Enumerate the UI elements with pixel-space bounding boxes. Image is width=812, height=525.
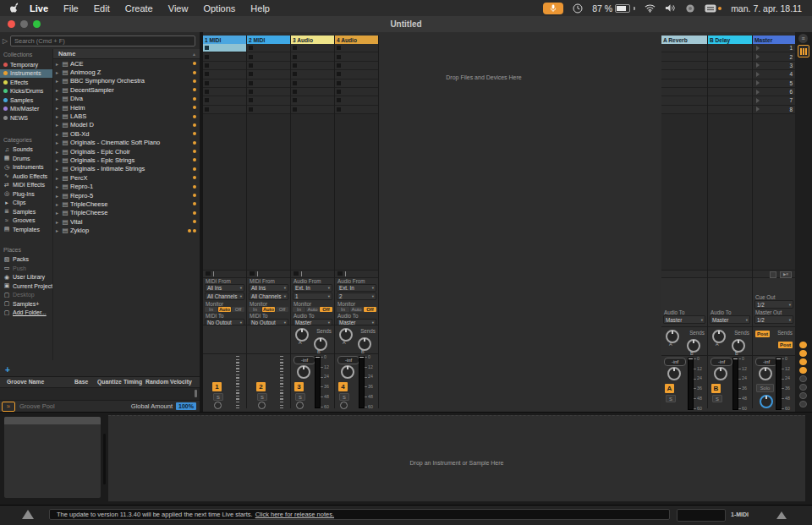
return-slot[interactable] xyxy=(708,44,752,52)
clip-stop-button[interactable] xyxy=(205,46,209,50)
scene-row[interactable]: 6 xyxy=(753,88,795,96)
send-a-knob[interactable] xyxy=(295,328,309,342)
show-mixer-toggle[interactable] xyxy=(799,367,807,375)
track-number-button[interactable]: 2 xyxy=(256,382,266,391)
sidebar-item-instruments[interactable]: Instruments xyxy=(0,69,52,79)
expand-arrow-icon[interactable]: ▸ xyxy=(53,87,61,93)
return-slot[interactable] xyxy=(661,52,707,61)
sidebar-item-temporary[interactable]: Temporary xyxy=(0,60,52,69)
list-item[interactable]: ▸▤Vital xyxy=(53,217,200,226)
input-channel-dropdown[interactable]: All Channels▾ xyxy=(205,293,244,300)
list-item[interactable]: ▸▤BBC Symphony Orchestra xyxy=(53,77,200,85)
sidebar-item-packs[interactable]: ▧Packs xyxy=(0,255,52,265)
list-item[interactable]: ▸▤DecentSampler xyxy=(53,85,200,94)
sidebar-item-instruments[interactable]: ◷Instruments xyxy=(0,163,52,172)
clip-slot[interactable] xyxy=(335,44,378,52)
menu-view[interactable]: View xyxy=(161,3,196,14)
list-item[interactable]: ▸▤Repro-5 xyxy=(53,191,200,200)
volume-icon[interactable] xyxy=(665,3,676,13)
clip-slot[interactable] xyxy=(247,79,290,88)
return-slot[interactable] xyxy=(661,96,707,105)
sidebar-item-effects[interactable]: Effects xyxy=(0,78,52,87)
mixer-meter-icon[interactable] xyxy=(798,45,809,57)
monitor-in-button[interactable]: In xyxy=(249,307,261,312)
info-view-panel[interactable] xyxy=(4,417,101,498)
arm-record-button[interactable] xyxy=(340,402,348,409)
expand-arrow-icon[interactable]: ▸ xyxy=(53,122,61,128)
clip-stop-button[interactable] xyxy=(205,98,209,102)
send-b-knob[interactable] xyxy=(358,337,371,351)
list-item[interactable]: ▸▤Model D xyxy=(53,121,200,129)
send-b-post-toggle[interactable]: Post xyxy=(778,342,793,348)
browser-list-header[interactable]: Name ▲ xyxy=(53,49,200,59)
arm-record-button[interactable] xyxy=(214,402,222,409)
expand-arrow-icon[interactable]: ▸ xyxy=(53,69,61,75)
menu-create[interactable]: Create xyxy=(118,3,161,14)
track-title[interactable]: 3 Audio xyxy=(291,36,334,44)
scene-row[interactable]: 3 xyxy=(753,62,795,70)
track-title[interactable]: 1 MIDI xyxy=(203,36,246,44)
return-slot[interactable] xyxy=(708,79,752,88)
volume-display[interactable]: -inf xyxy=(664,358,686,366)
clip-stop-button[interactable] xyxy=(293,107,297,112)
solo-button[interactable]: S xyxy=(295,393,305,401)
send-a-knob[interactable] xyxy=(712,330,726,343)
clip-stop-button[interactable] xyxy=(205,55,209,59)
apple-menu[interactable] xyxy=(10,3,20,14)
return-slot[interactable] xyxy=(661,62,707,70)
clip-stop-button[interactable] xyxy=(205,107,209,112)
return-letter-button[interactable]: A xyxy=(665,384,674,393)
clip-slot[interactable] xyxy=(335,70,378,79)
sidebar-item-drums[interactable]: ▦Drums xyxy=(0,154,52,163)
scene-launch-icon[interactable] xyxy=(756,46,760,51)
clip-slot[interactable] xyxy=(291,106,334,114)
sidebar-item-plug-ins[interactable]: ◎Plug-Ins xyxy=(0,189,52,199)
clip-slot[interactable] xyxy=(335,52,378,61)
send-a-knob[interactable] xyxy=(666,330,679,343)
battery-indicator[interactable]: 87 % xyxy=(592,3,635,14)
scene-launch-icon[interactable] xyxy=(756,98,760,103)
send-a-post-toggle[interactable]: Post xyxy=(755,331,770,337)
sidebar-item-midi-effects[interactable]: ⇄MIDI Effects xyxy=(0,181,52,190)
show-io-toggle[interactable] xyxy=(799,342,807,349)
arm-record-button[interactable] xyxy=(258,402,266,409)
browser-collapse-icon[interactable]: ▷ xyxy=(0,37,10,45)
pan-knob[interactable] xyxy=(297,365,310,379)
scene-launch-icon[interactable] xyxy=(756,90,760,95)
solo-button[interactable]: S xyxy=(339,393,349,401)
clip-stop-button[interactable] xyxy=(337,98,341,102)
global-amount-value[interactable]: 100% xyxy=(176,402,196,410)
sidebar-item-user-library[interactable]: ◉User Library xyxy=(0,273,52,282)
pan-knob[interactable] xyxy=(759,367,772,380)
show-sends-toggle[interactable] xyxy=(799,350,807,358)
clip-stop-button[interactable] xyxy=(337,72,341,76)
clip-stop-button[interactable] xyxy=(337,55,341,59)
sidebar-item-samples[interactable]: ≣Samples xyxy=(0,207,52,216)
sidebar-item-sounds[interactable]: ♫Sounds xyxy=(0,145,52,155)
clip-slot[interactable] xyxy=(291,88,334,96)
volume-display[interactable]: -inf xyxy=(337,356,359,364)
scene-launch-icon[interactable] xyxy=(756,107,760,112)
list-item[interactable]: ▸▤Originals - Cinematic Soft Piano xyxy=(53,139,200,147)
list-item[interactable]: ▸▤Zyklop xyxy=(53,226,200,234)
scene-launch-icon[interactable] xyxy=(756,54,760,59)
stop-all-clips-button[interactable] xyxy=(770,271,776,278)
back-to-arrangement-button[interactable]: ▶≡ xyxy=(780,271,792,278)
return-title[interactable]: B Delay xyxy=(708,36,752,44)
scene-row[interactable]: 4 xyxy=(753,70,795,79)
clip-slot[interactable] xyxy=(203,52,246,61)
input-type-dropdown[interactable]: Ext. In▾ xyxy=(293,284,332,292)
clip-stop-button[interactable] xyxy=(249,46,253,50)
clip-slot[interactable] xyxy=(335,96,378,105)
list-item[interactable]: ▸▤Originals - Epic Strings xyxy=(53,156,200,164)
clip-slot[interactable] xyxy=(203,106,246,114)
show-crossfader-toggle[interactable] xyxy=(799,384,807,391)
send-b-knob[interactable] xyxy=(687,339,700,353)
clip-slot[interactable] xyxy=(291,44,334,52)
input-channel-dropdown[interactable]: All Channels▾ xyxy=(249,293,288,300)
return-slot[interactable] xyxy=(708,70,752,79)
minimize-window-button[interactable] xyxy=(20,20,28,28)
groove-pool-list[interactable] xyxy=(0,388,200,400)
expand-arrow-icon[interactable]: ▸ xyxy=(53,131,61,137)
clock-icon[interactable] xyxy=(573,3,583,14)
